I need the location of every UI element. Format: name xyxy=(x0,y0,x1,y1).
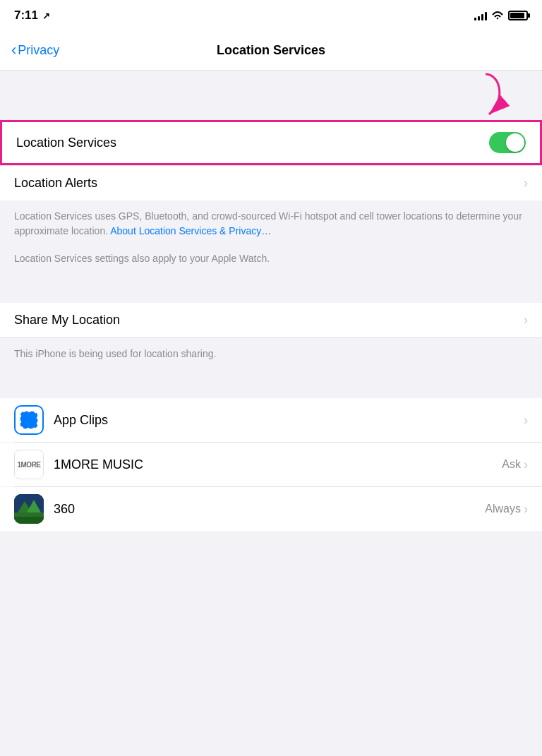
location-alerts-chevron-icon: › xyxy=(524,176,528,191)
info-text-2: Location Services settings also apply to… xyxy=(14,253,270,264)
location-services-row[interactable]: Location Services xyxy=(0,120,542,165)
share-my-location-info: This iPhone is being used for location s… xyxy=(0,338,542,373)
status-icons xyxy=(474,11,528,20)
wifi-icon xyxy=(491,11,504,20)
toggle-knob xyxy=(506,133,524,152)
location-services-label: Location Services xyxy=(16,136,116,150)
1more-permission: Ask › xyxy=(502,457,528,472)
app-clips-icon xyxy=(14,405,44,435)
360-chevron-icon: › xyxy=(524,502,528,517)
360-svg-icon xyxy=(14,494,44,524)
360-row[interactable]: 360 Always › xyxy=(0,487,542,531)
svg-rect-7 xyxy=(14,517,44,524)
share-my-location-label: Share My Location xyxy=(14,313,120,328)
page-title: Location Services xyxy=(217,43,325,58)
back-chevron-icon: ‹ xyxy=(11,42,16,58)
svg-rect-1 xyxy=(21,412,37,428)
section-gap-1 xyxy=(0,277,542,303)
signal-icon xyxy=(474,11,487,20)
location-alerts-row[interactable]: Location Alerts › xyxy=(0,166,542,200)
info-text-1: Location Services uses GPS, Bluetooth, a… xyxy=(14,210,522,236)
back-label: Privacy xyxy=(18,43,59,58)
privacy-link[interactable]: About Location Services & Privacy… xyxy=(110,225,271,236)
location-alerts-label: Location Alerts xyxy=(14,176,97,191)
arrow-annotation xyxy=(0,71,542,120)
1more-icon: 1MORE xyxy=(14,450,44,479)
info-block: Location Services uses GPS, Bluetooth, a… xyxy=(0,200,542,277)
status-bar: 7:11 ↗ xyxy=(0,0,542,31)
location-indicator-icon: ↗ xyxy=(42,11,50,21)
share-my-location-chevron-icon: › xyxy=(524,313,528,328)
1more-music-name: 1MORE MUSIC xyxy=(54,457,492,472)
battery-icon xyxy=(508,11,528,20)
1more-music-row[interactable]: 1MORE 1MORE MUSIC Ask › xyxy=(0,443,542,486)
nav-bar: ‹ Privacy Location Services xyxy=(0,31,542,71)
share-my-location-row[interactable]: Share My Location › xyxy=(0,303,542,337)
360-name: 360 xyxy=(54,502,475,517)
share-location-subtitle: This iPhone is being used for location s… xyxy=(14,348,216,359)
annotation-arrow xyxy=(387,71,514,120)
section-gap-2 xyxy=(0,373,542,398)
1more-chevron-icon: › xyxy=(524,457,528,472)
360-permission: Always › xyxy=(485,502,528,517)
app-clips-row[interactable]: App Clips › xyxy=(0,398,542,442)
status-time: 7:11 ↗ xyxy=(14,8,50,23)
app-clips-chevron-icon: › xyxy=(524,413,528,428)
location-services-toggle[interactable] xyxy=(489,132,526,153)
360-icon xyxy=(14,494,44,524)
appclips-svg xyxy=(18,409,40,431)
back-button[interactable]: ‹ Privacy xyxy=(11,43,59,58)
app-clips-name: App Clips xyxy=(54,413,514,428)
